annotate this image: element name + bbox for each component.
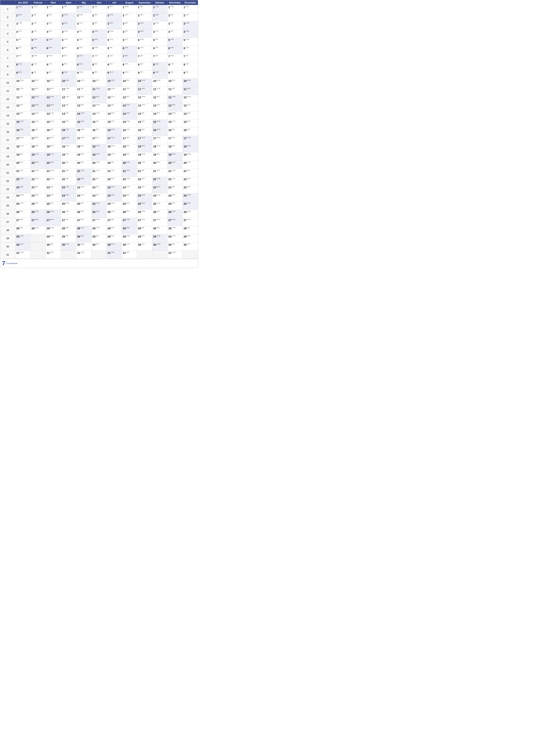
day-number: 27 (92, 219, 95, 222)
day-abbr: SRI (20, 210, 23, 212)
day-number: 5 (47, 39, 48, 41)
day-abbr: SUB (20, 120, 23, 122)
day-abbr: SUB (155, 6, 159, 8)
day-abbr: SRI (172, 243, 175, 245)
day-abbr: NED (157, 243, 161, 245)
day-number: 8 (168, 63, 170, 66)
day-number: 5 (153, 39, 155, 41)
day-number: 18 (138, 145, 141, 148)
day-abbr: SUB (35, 153, 38, 155)
day-abbr: PET (50, 145, 54, 147)
day-abbr: SRI (65, 219, 68, 221)
day-cell-21-m1: 21PET (15, 169, 31, 177)
day-number: 19 (184, 153, 187, 156)
day-abbr: SRI (170, 14, 173, 16)
day-number: 27 (123, 219, 126, 222)
day-cell-23-m8: 23UTO (122, 185, 137, 193)
day-abbr: SRI (140, 55, 143, 57)
day-abbr: ČET (96, 128, 99, 130)
day-cell-24-m3: 24ČET (46, 193, 61, 202)
day-number: 16 (153, 128, 156, 132)
day-cell-15-m4: 15PET (61, 120, 76, 128)
day-abbr: ČET (94, 71, 98, 73)
day-abbr: UTO (50, 120, 54, 122)
day-abbr: ČET (141, 177, 145, 179)
day-abbr: PON (186, 39, 189, 40)
day-abbr: ČET (172, 137, 175, 139)
day-abbr: UTO (157, 88, 161, 90)
day-abbr: ČET (157, 161, 160, 163)
day-abbr: ČET (126, 145, 130, 147)
day-number: 11 (153, 88, 156, 91)
day-number: 13 (16, 104, 19, 107)
day-cell-24-m9: 24SUB (137, 193, 152, 202)
day-cell-3-m7: 3NED (107, 21, 122, 30)
day-number: 1 (16, 6, 18, 9)
day-cell-11-m8: 11ČET (122, 87, 137, 95)
day-abbr: PET (81, 104, 84, 106)
day-cell-28-m5: 28SUB (76, 226, 91, 234)
day-abbr: NED (50, 104, 54, 106)
day-cell-25-m9: 25NED (137, 202, 152, 210)
day-abbr: SRI (110, 46, 113, 48)
day-abbr: NED (170, 46, 174, 48)
day-number: 27 (184, 219, 187, 222)
day-number: 15 (184, 120, 187, 123)
day-cell-22-m8: 22PON (122, 177, 137, 185)
day-number: 22 (16, 177, 19, 181)
day-number: 20 (153, 161, 156, 164)
day-abbr: SRI (96, 235, 99, 237)
day-number: 19 (92, 153, 95, 156)
row-day-20: 20 (0, 161, 15, 169)
day-abbr: PON (49, 55, 52, 57)
day-cell-11-m12: 11NED (183, 87, 198, 95)
day-abbr: ČET (141, 120, 145, 122)
day-cell-3-m10: 3PON (152, 21, 167, 30)
day-abbr: PET (172, 145, 175, 147)
day-number: 11 (108, 88, 111, 91)
day-number: 28 (153, 227, 156, 230)
day-abbr: PON (81, 186, 85, 188)
day-cell-1-m12: 1ČET (183, 5, 198, 13)
day-abbr: PET (65, 177, 69, 179)
day-cell-13-m8: 13SUB (122, 103, 137, 111)
day-cell-15-m8: 15PON (122, 120, 137, 128)
day-abbr: UTO (126, 128, 130, 130)
row-num-header (0, 0, 15, 5)
day-cell-27-m7: 27SRI (107, 218, 122, 226)
day-number: 26 (92, 210, 95, 214)
day-abbr: SUB (125, 46, 128, 48)
day-cell-20-m12: 20UTO (183, 161, 198, 169)
day-cell-14-m12: 14SRI (183, 111, 198, 120)
day-number: 23 (92, 186, 95, 189)
day-number: 6 (138, 46, 140, 50)
day-abbr: SRI (50, 243, 53, 245)
day-abbr: ČET (157, 104, 160, 106)
day-number: 17 (108, 137, 111, 140)
day-cell-18-m6: 18SUB (91, 144, 107, 152)
day-abbr: NED (35, 161, 39, 163)
day-abbr: SRI (172, 186, 175, 188)
day-abbr: UTO (33, 6, 37, 8)
day-number: 17 (184, 137, 187, 140)
row-day-19: 19 (0, 152, 15, 161)
day-cell-7-m8: 7NED (122, 54, 137, 62)
day-number: 13 (62, 104, 65, 107)
day-cell-12-m8: 12PET (122, 95, 137, 103)
day-abbr: ČET (111, 227, 114, 229)
day-abbr: PET (140, 71, 143, 73)
day-number: 27 (62, 219, 65, 222)
day-cell-7-m4: 7ČET (61, 54, 76, 62)
day-abbr: SUB (110, 71, 113, 73)
day-number: 16 (168, 128, 171, 132)
day-cell-22-m6: 22SRI (91, 177, 107, 185)
day-number: 27 (47, 219, 50, 222)
day-abbr: PON (126, 120, 130, 122)
day-number: 2 (108, 14, 109, 17)
day-cell-9-m3: 9SRI (46, 70, 61, 79)
day-abbr: SUB (187, 79, 191, 81)
day-number: 12 (32, 96, 35, 99)
day-cell-24-m12: 24SUB (183, 193, 198, 202)
day-number: 5 (168, 39, 170, 41)
day-abbr: PET (140, 14, 143, 16)
